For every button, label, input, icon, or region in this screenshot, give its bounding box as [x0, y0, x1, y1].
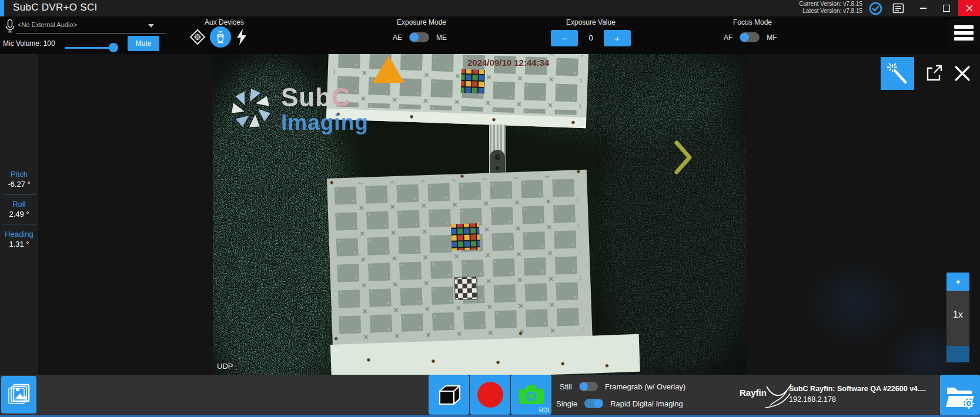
telemetry-item: Roll 2.49 ° [0, 200, 38, 218]
single-mode-row: Single Rapid Digital Imaging [556, 399, 683, 408]
main-area: Pitch -6.27 ° Roll 2.49 ° Heading 1.31 ° [0, 54, 980, 375]
version-info: Current Version: v7.8.15 Latest Version:… [799, 1, 862, 15]
exposure-increase-button[interactable]: + [604, 30, 631, 46]
focus-mode-row: AF MF [724, 32, 777, 42]
hamburger-icon [954, 37, 974, 41]
zoom-slider[interactable]: 1x [946, 291, 969, 346]
log-icon[interactable] [892, 3, 904, 14]
external-link-icon [924, 63, 944, 83]
strobe-icon[interactable] [189, 29, 206, 45]
device-name: SubC Rayfin: Software QA #22600 v4.... [789, 384, 926, 394]
toggle-knob [410, 33, 419, 42]
video-feed[interactable]: Example TextOverlay 2024/09/10 12:44:34 [213, 54, 747, 375]
zoom-slider-fill[interactable] [946, 346, 969, 362]
single-label: Single [556, 399, 577, 408]
popout-button[interactable] [921, 60, 946, 86]
zoom-level-label: 1x [953, 310, 963, 320]
title-accent [0, 0, 4, 16]
zoom-in-button[interactable]: + [946, 273, 969, 291]
exposure-mode-row: AE ME [393, 32, 447, 42]
maximize-button[interactable] [935, 0, 958, 16]
app-title: SubC DVR+O SCI [13, 2, 98, 14]
still-capture-button[interactable]: RDI [511, 375, 551, 415]
laser-chevron-marker [674, 140, 694, 175]
close-icon [954, 65, 971, 82]
toggle-knob [580, 382, 588, 391]
watermark-sub: Sub [281, 83, 332, 112]
device-ip: 192.168.2.178 [789, 394, 926, 405]
mic-volume-knob[interactable] [109, 43, 118, 52]
roll-label: Roll [0, 200, 38, 208]
watermark-text: SubC Imaging [281, 85, 369, 133]
divider [2, 224, 36, 224]
rdi-badge: RDI [539, 407, 549, 413]
watermark-c: C [332, 83, 351, 112]
mic-volume-slider[interactable] [65, 43, 118, 52]
lamp-button[interactable] [210, 26, 231, 48]
camera-icon [517, 383, 546, 406]
lamp-icon [215, 31, 226, 43]
audio-device-select[interactable]: <No External Audio> [18, 21, 154, 28]
audio-select-underline [16, 33, 166, 33]
title-bar: SubC DVR+O SCI Current Version: v7.8.15 … [0, 0, 980, 16]
heading-value: 1.31 ° [0, 240, 38, 248]
hamburger-icon [954, 25, 974, 29]
microphone-icon [5, 19, 15, 34]
pitch-label: Pitch [0, 170, 38, 179]
flash-icon[interactable] [235, 28, 248, 46]
minimize-button[interactable] [911, 0, 935, 16]
cube-3d-icon [436, 381, 463, 408]
current-version: Current Version: v7.8.15 [799, 1, 862, 8]
toggle-knob [594, 399, 603, 408]
video-timestamp-overlay: 2024/09/10 12:44:34 [467, 58, 549, 68]
close-video-button[interactable] [949, 60, 976, 86]
still-mode-toggle[interactable] [579, 382, 598, 391]
minimize-icon [920, 8, 927, 9]
framegrab-label: Framegrab (w/ Overlay) [605, 382, 685, 391]
update-check-icon[interactable] [869, 2, 882, 15]
telemetry-item: Heading 1.31 ° [0, 230, 38, 248]
bottom-bar: RDI Still Framegrab (w/ Overlay) Single … [0, 375, 980, 415]
watermark-imaging: Imaging [281, 112, 369, 133]
telemetry-item: Pitch -6.27 ° [0, 170, 38, 189]
rayfin-brand: Rayfin [740, 388, 767, 398]
telemetry-panel: Pitch -6.27 ° Roll 2.49 ° Heading 1.31 ° [0, 170, 38, 248]
gallery-button[interactable] [1, 376, 36, 413]
exposure-decrease-button[interactable]: − [551, 30, 578, 46]
record-icon [477, 382, 503, 408]
toolbar: <No External Audio> Mic Volume: 100 Mute… [0, 16, 980, 54]
menu-button[interactable] [948, 19, 980, 47]
record-button[interactable] [470, 375, 510, 415]
exposure-value-label: Exposure Value [566, 18, 616, 26]
app-window: SubC DVR+O SCI Current Version: v7.8.15 … [0, 0, 980, 417]
aux-devices-label: Aux Devices [205, 18, 244, 26]
aperture-logo-icon [228, 85, 274, 133]
enhance-button[interactable] [881, 57, 914, 90]
stream-protocol-label: UDP [217, 362, 233, 371]
folder-gear-icon [945, 382, 975, 409]
3d-mode-button[interactable] [429, 375, 469, 415]
device-info: SubC Rayfin: Software QA #22600 v4.... 1… [789, 384, 926, 405]
chevron-down-icon[interactable] [148, 24, 154, 28]
telemetry-sidebar: Pitch -6.27 ° Roll 2.49 ° Heading 1.31 ° [0, 54, 38, 375]
video-text-overlay: Example TextOverlay [231, 56, 320, 66]
exposure-mode-toggle[interactable] [409, 32, 429, 42]
close-button[interactable] [958, 0, 980, 16]
aux-devices-row [189, 26, 248, 48]
mute-button[interactable]: Mute [128, 36, 159, 51]
close-icon [966, 5, 973, 12]
magic-wand-icon [886, 62, 909, 85]
subc-watermark: SubC Imaging [228, 85, 369, 133]
mic-volume-label: Mic Volume: 100 [3, 39, 55, 48]
maximize-icon [943, 5, 950, 12]
exposure-mode-label: Exposure Mode [397, 18, 446, 26]
focus-auto-label: AF [724, 33, 733, 42]
focus-mode-toggle[interactable] [740, 32, 760, 42]
exposure-auto-label: AE [393, 33, 402, 42]
still-label: Still [560, 382, 572, 391]
focus-mode-label: Focus Mode [733, 18, 772, 26]
rdi-mode-label: Rapid Digital Imaging [610, 399, 683, 408]
heading-label: Heading [0, 230, 38, 238]
file-manager-button[interactable] [940, 375, 980, 415]
single-mode-toggle[interactable] [584, 399, 603, 408]
